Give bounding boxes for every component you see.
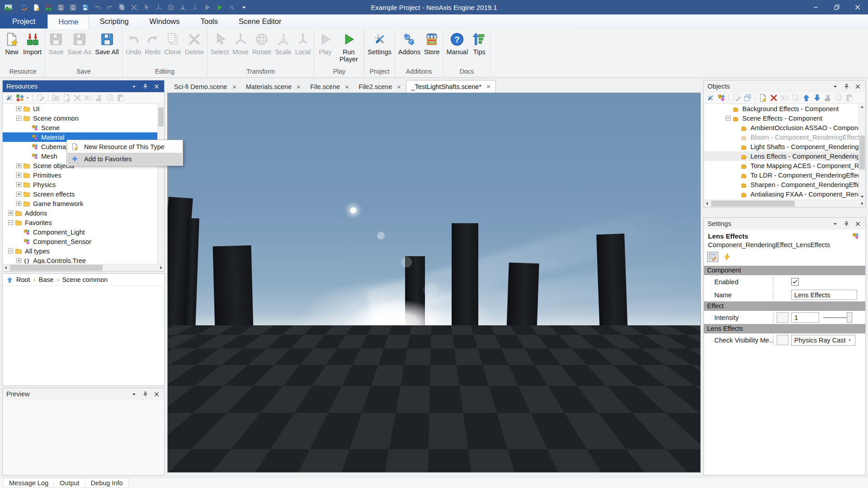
scrollbar-thumb[interactable] — [859, 136, 865, 169]
tree-item-ui[interactable]: +UI — [3, 104, 164, 113]
tree-item-bloom-component-renderingeffect-blo[interactable]: Bloom - Component_RenderingEffect_Blo — [704, 132, 865, 142]
save-icon[interactable] — [69, 4, 77, 11]
undo-icon[interactable] — [94, 4, 101, 11]
resources-vertical-scrollbar[interactable] — [157, 104, 164, 264]
expand-icon[interactable]: + — [16, 173, 21, 178]
name-field[interactable]: Lens Effects — [791, 290, 857, 300]
select-icon[interactable] — [142, 4, 150, 11]
tree-item-game-framework[interactable]: +Game framework — [3, 199, 164, 208]
caret-down-icon[interactable] — [25, 96, 29, 100]
close-icon[interactable] — [153, 391, 160, 398]
store-button[interactable]: Store — [422, 30, 442, 56]
scroll-up-icon[interactable] — [859, 104, 865, 110]
close-icon[interactable] — [854, 83, 861, 90]
scroll-left-icon[interactable] — [3, 264, 9, 271]
expand-icon[interactable]: + — [16, 106, 21, 111]
move-button[interactable]: Move — [231, 30, 250, 56]
manual-button[interactable]: ?Manual — [445, 30, 470, 56]
pin-icon[interactable] — [142, 391, 149, 398]
tree-item-addons[interactable]: +Addons — [3, 208, 164, 218]
close-icon[interactable] — [396, 84, 401, 89]
scroll-right-icon[interactable] — [158, 264, 164, 271]
breadcrumb-item-root[interactable]: Root — [16, 276, 30, 283]
scrollbar-thumb[interactable] — [711, 201, 795, 206]
tree-item-all-types[interactable]: −All types — [3, 246, 164, 256]
statusbar-tab-output[interactable]: Output — [54, 478, 85, 488]
delete-red-icon[interactable] — [769, 94, 778, 102]
tree-item-ambientocclusion-assao-component-r[interactable]: AmbientOcclusion ASSAO - Component_R — [704, 123, 865, 132]
settings-button[interactable]: Settings — [366, 30, 393, 56]
statusbar-tab-debug-info[interactable]: Debug Info — [85, 478, 129, 488]
rotate-button[interactable]: Rotate — [250, 30, 274, 56]
new-resource-icon[interactable] — [759, 94, 767, 102]
local-button[interactable]: Local — [293, 30, 313, 56]
component-icon[interactable] — [717, 94, 726, 102]
props-tab-button[interactable] — [707, 252, 718, 262]
caret-down-icon[interactable] — [240, 4, 248, 11]
delete-button[interactable]: Delete — [183, 30, 206, 56]
collapse-icon[interactable]: − — [8, 220, 13, 225]
resources-horizontal-scrollbar[interactable] — [3, 264, 164, 271]
new-resource-icon[interactable] — [62, 94, 71, 102]
slider-handle[interactable] — [847, 312, 852, 323]
copy-icon[interactable] — [106, 94, 114, 102]
objects-vertical-scrollbar[interactable] — [859, 104, 865, 200]
save-icon[interactable] — [57, 4, 65, 11]
menu-item-add-to-favorites[interactable]: Add to Favorites — [67, 153, 182, 165]
run-player-button[interactable]: Run Player — [335, 30, 363, 64]
tree-item-tone-mapping-aces-component-rende[interactable]: Tone Mapping ACES - Component_Rende — [704, 161, 865, 170]
scale-icon[interactable] — [179, 4, 187, 11]
select-button[interactable]: Select — [209, 30, 231, 56]
save-all-button[interactable]: Save All — [93, 30, 120, 56]
tips-button[interactable]: Tips — [470, 30, 489, 56]
copy-icon[interactable] — [791, 94, 800, 102]
collapse-icon[interactable]: − — [16, 116, 21, 121]
up-level-icon[interactable] — [6, 277, 13, 283]
down-arrow-icon[interactable] — [813, 94, 821, 102]
redo-icon[interactable] — [106, 4, 113, 11]
tree-item-physics[interactable]: +Physics — [3, 180, 164, 189]
ribbon-tab-tools[interactable]: Tools — [190, 14, 229, 28]
close-button[interactable] — [847, 0, 868, 14]
document-tab-materials-scene[interactable]: Materials.scene — [241, 81, 306, 93]
save-button[interactable]: Save — [47, 30, 66, 56]
new-button[interactable]: New — [2, 30, 21, 56]
close-icon[interactable] — [296, 84, 301, 89]
tree-item-antialiasing-fxaa-component-renderin[interactable]: Antialiasing FXAA - Component_Renderin — [704, 189, 865, 199]
ribbon-tab-scripting[interactable]: Scripting — [89, 14, 139, 28]
enabled-checkbox[interactable] — [791, 278, 799, 286]
check-visibility-me-dropdown[interactable]: Physics Ray Cast — [791, 335, 855, 346]
breadcrumb-item-base[interactable]: Base — [38, 276, 53, 283]
duplicate-icon[interactable] — [743, 94, 752, 102]
import-folder-icon[interactable] — [52, 94, 60, 102]
clone-icon[interactable] — [118, 4, 126, 11]
tree-item-primitives[interactable]: +Primitives — [3, 170, 164, 180]
restore-button[interactable] — [826, 0, 847, 14]
pin-icon[interactable] — [142, 83, 149, 90]
rotate-icon[interactable] — [167, 4, 175, 11]
edit-icon[interactable] — [36, 94, 45, 102]
collapse-icon[interactable]: − — [8, 249, 13, 253]
close-icon[interactable] — [232, 84, 237, 89]
import-icon[interactable] — [45, 4, 52, 11]
document-tab-file-scene[interactable]: File.scene — [306, 81, 354, 93]
bolt-tab-button[interactable] — [722, 252, 733, 262]
undo-button[interactable]: Undo — [124, 30, 143, 56]
caret-down-icon[interactable] — [832, 83, 839, 90]
scrollbar-thumb[interactable] — [158, 108, 164, 127]
redo-button[interactable]: Redo — [143, 30, 162, 56]
caret-down-icon[interactable] — [832, 221, 839, 227]
default-value-box[interactable] — [777, 335, 788, 345]
tree-item-component-light[interactable]: Component_Light — [3, 227, 164, 237]
close-icon[interactable] — [153, 83, 160, 90]
tree-item-lens-effects-component-renderingeffec[interactable]: Lens Effects - Component_RenderingEffec — [704, 151, 865, 161]
neoaxis-logo-icon[interactable] — [5, 4, 12, 11]
ribbon-tab-windows[interactable]: Windows — [139, 14, 190, 28]
pin-icon[interactable] — [843, 83, 850, 90]
viewport-3d[interactable] — [167, 93, 701, 473]
scroll-down-icon[interactable] — [859, 193, 865, 200]
paste-icon[interactable] — [845, 94, 854, 102]
tree-item-background-effects-component[interactable]: Background Effects - Component — [704, 104, 865, 113]
tree-item-scene-effects-component[interactable]: −Scene Effects - Component — [704, 113, 865, 123]
new-resource-icon[interactable] — [33, 4, 40, 11]
